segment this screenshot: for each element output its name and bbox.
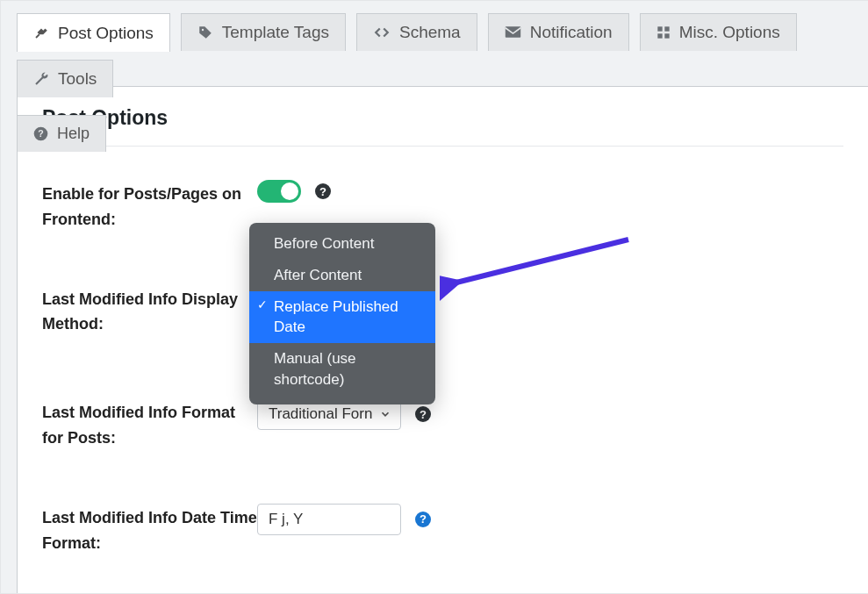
svg-rect-5	[664, 33, 669, 38]
display-method-dropdown: Before Content After Content Replace Pub…	[249, 223, 435, 404]
chevron-down-icon	[379, 408, 391, 420]
help-icon: ?	[33, 126, 48, 141]
row-label: Last Modified Info Display Method:	[42, 285, 257, 338]
dropdown-option[interactable]: After Content	[249, 260, 435, 291]
row-datetime-format: Last Modified Info Date Time Format: ?	[42, 504, 843, 556]
enable-toggle[interactable]	[257, 180, 301, 203]
tab-misc-options[interactable]: Misc. Options	[640, 13, 797, 51]
tab-label: Notification	[530, 24, 613, 40]
dropdown-option[interactable]: Before Content	[249, 228, 435, 260]
tab-label: Misc. Options	[679, 24, 780, 40]
tab-label: Template Tags	[222, 24, 329, 40]
tab-label: Schema	[399, 24, 461, 40]
svg-point-0	[202, 28, 204, 30]
help-icon[interactable]: ?	[415, 406, 431, 422]
datetime-format-input[interactable]	[257, 504, 401, 535]
grid-icon	[656, 25, 671, 39]
settings-page: Post Options Template Tags Schema Notifi…	[0, 0, 868, 594]
svg-rect-2	[657, 26, 662, 31]
row-label: Enable for Posts/Pages on Frontend:	[42, 180, 257, 233]
svg-rect-3	[664, 26, 669, 31]
tab-post-options[interactable]: Post Options	[17, 13, 170, 52]
tabs-bar: Post Options Template Tags Schema Notifi…	[1, 1, 868, 152]
dropdown-option[interactable]: Replace Published Date	[249, 291, 435, 344]
svg-text:?: ?	[38, 128, 43, 139]
tab-notification[interactable]: Notification	[488, 13, 629, 51]
svg-rect-1	[505, 26, 520, 38]
tab-label: Help	[57, 125, 90, 141]
tab-tools[interactable]: Tools	[17, 60, 113, 97]
tab-label: Tools	[58, 70, 97, 87]
row-label: Last Modified Info Format for Posts:	[42, 398, 257, 451]
wrench-icon	[33, 71, 49, 87]
row-display-method: Last Modified Info Display Method:	[42, 285, 843, 338]
panel-post-options: Post Options Enable for Posts/Pages on F…	[17, 86, 868, 593]
mail-icon	[505, 25, 521, 39]
code-icon	[373, 25, 391, 40]
row-format: Last Modified Info Format for Posts: Tra…	[42, 398, 843, 451]
pin-icon	[33, 25, 49, 40]
tab-template-tags[interactable]: Template Tags	[181, 13, 346, 51]
row-enable-frontend: Enable for Posts/Pages on Frontend: ?	[42, 180, 843, 233]
help-icon[interactable]: ?	[415, 512, 431, 527]
svg-rect-4	[657, 33, 662, 38]
tab-help[interactable]: ? Help	[17, 115, 106, 152]
help-icon[interactable]: ?	[315, 183, 331, 199]
dropdown-option[interactable]: Manual (use shortcode)	[249, 343, 435, 396]
tab-label: Post Options	[58, 25, 154, 41]
tag-icon	[197, 25, 213, 40]
row-label: Last Modified Info Date Time Format:	[42, 504, 257, 556]
select-value: Traditional Forn	[269, 405, 372, 423]
tab-schema[interactable]: Schema	[356, 13, 477, 51]
